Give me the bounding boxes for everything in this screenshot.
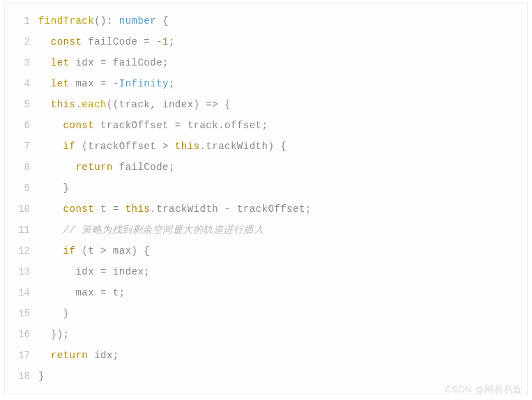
token-op: (t > max) { bbox=[75, 245, 150, 256]
code-content: let idx = failCode; bbox=[38, 52, 527, 73]
token-op: ) { bbox=[268, 141, 287, 152]
token-id: offset bbox=[225, 120, 261, 131]
code-line: 18} bbox=[5, 366, 527, 387]
token-op: = - bbox=[100, 78, 119, 89]
token-id: idx bbox=[88, 350, 113, 361]
line-number: 13 bbox=[5, 261, 38, 282]
token-op: }); bbox=[51, 329, 70, 340]
code-content: const trackOffset = track.offset; bbox=[38, 115, 527, 136]
token-op: ; bbox=[144, 266, 150, 277]
token-kw: return bbox=[75, 162, 112, 173]
token-id: idx bbox=[70, 57, 101, 68]
token-op: ; bbox=[169, 162, 175, 173]
line-number: 15 bbox=[5, 303, 38, 324]
code-line: 15 } bbox=[5, 303, 527, 324]
line-number: 6 bbox=[5, 115, 38, 136]
code-content: max = t; bbox=[38, 282, 527, 303]
token-id: trackWidth bbox=[156, 203, 218, 215]
token-op: { bbox=[218, 99, 231, 110]
code-content: if (t > max) { bbox=[38, 240, 527, 261]
code-content: if (trackOffset > this.trackWidth) { bbox=[38, 136, 527, 157]
line-number: 9 bbox=[5, 178, 38, 199]
token-ty: Infinity bbox=[119, 78, 169, 89]
token-id: max bbox=[75, 287, 100, 298]
code-line: 10 const t = this.trackWidth - trackOffs… bbox=[5, 199, 527, 220]
code-content: this.each((track, index) => { bbox=[38, 94, 527, 115]
line-number: 3 bbox=[5, 52, 38, 73]
token-op: = bbox=[144, 36, 156, 47]
code-content: return failCode; bbox=[38, 157, 527, 178]
token-op: . bbox=[150, 203, 156, 215]
line-number: 10 bbox=[5, 199, 38, 220]
code-line: 9 } bbox=[5, 178, 527, 199]
token-id: trackWidth bbox=[206, 141, 268, 152]
token-op: ; bbox=[119, 287, 126, 298]
code-line: 14 max = t; bbox=[5, 282, 527, 303]
code-line: 8 return failCode; bbox=[5, 157, 527, 178]
token-kw: if bbox=[63, 245, 76, 256]
line-number: 2 bbox=[5, 31, 38, 52]
code-line: 4 let max = -Infinity; bbox=[5, 73, 527, 94]
token-op: } bbox=[63, 308, 70, 319]
token-kw: if bbox=[63, 141, 76, 152]
code-line: 16 }); bbox=[5, 324, 527, 345]
code-content: }); bbox=[38, 324, 527, 345]
token-op: } bbox=[38, 371, 45, 382]
token-kw: this bbox=[175, 141, 200, 152]
line-number: 17 bbox=[5, 345, 38, 366]
line-number: 4 bbox=[5, 73, 38, 94]
token-op: . bbox=[75, 99, 82, 110]
code-content: } bbox=[38, 303, 527, 324]
token-kw: return bbox=[51, 350, 88, 361]
token-op: ; bbox=[305, 203, 312, 215]
line-number: 5 bbox=[5, 94, 38, 115]
code-content: const failCode = -1; bbox=[38, 31, 527, 52]
code-line: 17 return idx; bbox=[5, 345, 527, 366]
line-number: 14 bbox=[5, 282, 38, 303]
token-op: = bbox=[100, 266, 113, 277]
token-op: => bbox=[206, 99, 218, 110]
code-content: idx = index; bbox=[38, 261, 527, 282]
token-num: -1 bbox=[156, 36, 169, 47]
code-line: 11 // 策略为找到剩余空间最大的轨道进行插入 bbox=[5, 220, 527, 240]
token-id: track bbox=[188, 120, 219, 131]
code-content: findTrack(): number { bbox=[38, 10, 527, 31]
token-id: trackOffset bbox=[237, 203, 305, 215]
code-content: const t = this.trackWidth - trackOffset; bbox=[38, 199, 527, 220]
token-kw: this bbox=[51, 99, 76, 110]
code-line: 1findTrack(): number { bbox=[5, 10, 527, 31]
code-content: let max = -Infinity; bbox=[38, 73, 527, 94]
line-number: 18 bbox=[5, 366, 38, 387]
token-op: ; bbox=[169, 78, 175, 89]
token-id: index bbox=[113, 266, 144, 277]
token-id: idx bbox=[75, 266, 100, 277]
token-op: = bbox=[113, 203, 126, 215]
token-op: - bbox=[218, 203, 237, 215]
token-op: . bbox=[218, 120, 225, 131]
code-line: 12 if (t > max) { bbox=[5, 240, 527, 261]
code-line: 2 const failCode = -1; bbox=[5, 31, 527, 52]
token-op: } bbox=[63, 183, 70, 194]
line-number: 1 bbox=[5, 10, 38, 31]
token-id: t bbox=[94, 203, 113, 215]
code-line: 3 let idx = failCode; bbox=[5, 52, 527, 73]
line-number: 16 bbox=[5, 324, 38, 345]
token-id: trackOffset bbox=[94, 120, 175, 131]
code-line: 6 const trackOffset = track.offset; bbox=[5, 115, 527, 136]
line-number: 8 bbox=[5, 157, 38, 178]
token-id: failCode bbox=[82, 36, 144, 47]
token-op: = bbox=[100, 287, 113, 298]
token-cm: // 策略为找到剩余空间最大的轨道进行插入 bbox=[63, 224, 264, 236]
token-op: ; bbox=[262, 120, 268, 131]
token-op: ; bbox=[113, 350, 119, 361]
token-kw: const bbox=[63, 203, 95, 215]
token-op: ; bbox=[169, 36, 175, 47]
token-kw: let bbox=[51, 78, 70, 89]
code-content: } bbox=[38, 366, 527, 387]
code-content: } bbox=[38, 178, 527, 199]
code-line: 5 this.each((track, index) => { bbox=[5, 94, 527, 115]
token-kw: const bbox=[63, 120, 95, 131]
line-number: 12 bbox=[5, 240, 38, 261]
code-content: return idx; bbox=[38, 345, 527, 366]
token-id: failCode bbox=[113, 162, 169, 173]
